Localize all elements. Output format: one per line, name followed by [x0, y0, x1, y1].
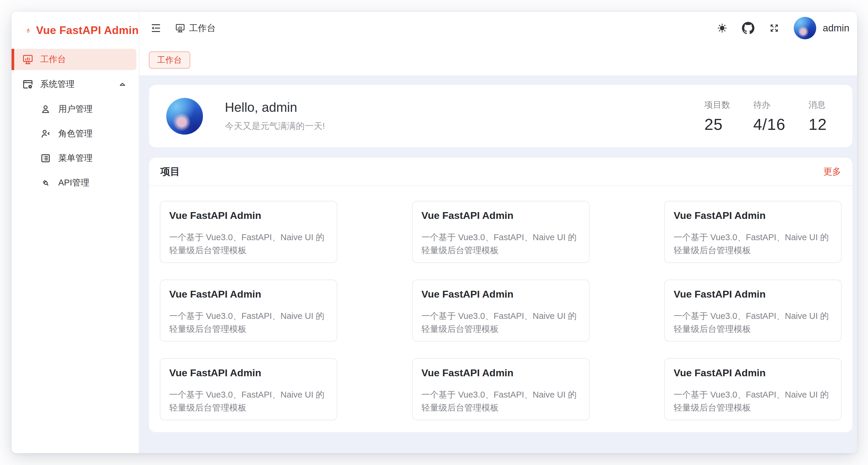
stat-label: 消息	[809, 99, 834, 111]
project-description: 一个基于 Vue3.0、FastAPI、Naive UI 的轻量级后台管理模板	[422, 388, 580, 414]
projects-card: 项目 更多 Vue FastAPI Admin 一个基于 Vue3.0、Fast…	[149, 158, 852, 432]
project-tile[interactable]: Vue FastAPI Admin 一个基于 Vue3.0、FastAPI、Na…	[160, 201, 337, 263]
stat-todo: 待办 4/16	[753, 99, 785, 133]
project-description: 一个基于 Vue3.0、FastAPI、Naive UI 的轻量级后台管理模板	[674, 388, 832, 414]
project-title: Vue FastAPI Admin	[674, 210, 832, 221]
more-link[interactable]: 更多	[823, 166, 841, 178]
fullscreen-icon	[769, 23, 779, 33]
username-label[interactable]: admin	[823, 23, 849, 34]
workbench-monitor-icon	[22, 54, 34, 65]
welcome-card: Hello, admin 今天又是元气满满的一天! 项目数 25 待办 4/16…	[149, 85, 852, 147]
menu-list-icon	[40, 153, 51, 164]
sidebar-subitem-label: API管理	[58, 177, 89, 189]
theme-toggle-button[interactable]	[716, 22, 728, 35]
sidebar: Vue FastAPI Admin 工作台 系统管理 用户管理 角色管理	[11, 12, 140, 453]
projects-title: 项目	[160, 165, 180, 178]
project-title: Vue FastAPI Admin	[422, 210, 580, 221]
project-description: 一个基于 Vue3.0、FastAPI、Naive UI 的轻量级后台管理模板	[169, 388, 328, 414]
main-column: 工作台 admin 工作台	[140, 12, 857, 453]
sidebar-item-label: 工作台	[40, 54, 66, 65]
theme-sun-icon	[717, 23, 727, 33]
user-icon	[40, 103, 51, 115]
sidebar-subitem-label: 用户管理	[58, 103, 93, 115]
project-tile[interactable]: Vue FastAPI Admin 一个基于 Vue3.0、FastAPI、Na…	[412, 280, 590, 342]
sidebar-item-workbench[interactable]: 工作台	[11, 49, 136, 70]
project-tile[interactable]: Vue FastAPI Admin 一个基于 Vue3.0、FastAPI、Na…	[664, 280, 842, 342]
project-title: Vue FastAPI Admin	[674, 288, 832, 300]
sidebar-item-menu-management[interactable]: 菜单管理	[11, 148, 139, 169]
project-description: 一个基于 Vue3.0、FastAPI、Naive UI 的轻量级后台管理模板	[422, 309, 580, 335]
project-description: 一个基于 Vue3.0、FastAPI、Naive UI 的轻量级后台管理模板	[674, 231, 832, 257]
content-area: Hello, admin 今天又是元气满满的一天! 项目数 25 待办 4/16…	[140, 75, 857, 453]
project-title: Vue FastAPI Admin	[422, 367, 580, 379]
welcome-text: Hello, admin 今天又是元气满满的一天!	[225, 100, 325, 132]
chick-logo-icon	[26, 22, 31, 39]
projects-grid: Vue FastAPI Admin 一个基于 Vue3.0、FastAPI、Na…	[149, 186, 852, 432]
sidebar-subitem-label: 角色管理	[58, 128, 93, 140]
workbench-monitor-icon	[175, 23, 185, 33]
welcome-avatar	[166, 98, 203, 134]
breadcrumb-label: 工作台	[189, 22, 216, 34]
stat-value: 12	[809, 115, 834, 133]
system-settings-icon	[22, 79, 34, 90]
sidebar-item-label: 系统管理	[40, 79, 74, 90]
project-title: Vue FastAPI Admin	[169, 210, 328, 221]
tags-bar: 工作台	[140, 44, 857, 75]
project-description: 一个基于 Vue3.0、FastAPI、Naive UI 的轻量级后台管理模板	[674, 309, 832, 335]
sidebar-collapse-button[interactable]	[149, 22, 162, 35]
user-avatar[interactable]	[794, 17, 816, 39]
project-description: 一个基于 Vue3.0、FastAPI、Naive UI 的轻量级后台管理模板	[169, 309, 328, 335]
sidebar-item-role-management[interactable]: 角色管理	[11, 123, 139, 144]
project-title: Vue FastAPI Admin	[422, 288, 580, 300]
sidebar-item-user-management[interactable]: 用户管理	[11, 98, 139, 120]
project-title: Vue FastAPI Admin	[674, 367, 832, 379]
welcome-greeting: Hello, admin	[225, 100, 325, 115]
stat-value: 25	[704, 115, 730, 133]
breadcrumb[interactable]: 工作台	[175, 22, 216, 34]
stat-projects: 项目数 25	[704, 99, 730, 133]
stat-messages: 消息 12	[809, 99, 834, 133]
app-window: Vue FastAPI Admin 工作台 系统管理 用户管理 角色管理	[11, 12, 857, 453]
role-icon	[40, 128, 51, 139]
sidebar-item-system-management[interactable]: 系统管理	[11, 74, 139, 95]
menu-fold-icon	[150, 23, 161, 34]
project-description: 一个基于 Vue3.0、FastAPI、Naive UI 的轻量级后台管理模板	[169, 231, 328, 257]
app-logo[interactable]: Vue FastAPI Admin	[11, 12, 139, 49]
project-tile[interactable]: Vue FastAPI Admin 一个基于 Vue3.0、FastAPI、Na…	[160, 358, 337, 420]
tag-label: 工作台	[157, 55, 182, 66]
project-tile[interactable]: Vue FastAPI Admin 一个基于 Vue3.0、FastAPI、Na…	[664, 358, 842, 420]
project-tile[interactable]: Vue FastAPI Admin 一个基于 Vue3.0、FastAPI、Na…	[412, 358, 590, 420]
app-title: Vue FastAPI Admin	[36, 24, 139, 37]
api-plug-icon	[40, 177, 51, 188]
project-description: 一个基于 Vue3.0、FastAPI、Naive UI 的轻量级后台管理模板	[422, 231, 580, 257]
tag-workbench[interactable]: 工作台	[149, 52, 190, 69]
github-icon	[742, 22, 754, 34]
fullscreen-button[interactable]	[768, 22, 781, 35]
project-title: Vue FastAPI Admin	[169, 288, 328, 300]
welcome-stats: 项目数 25 待办 4/16 消息 12	[704, 99, 838, 133]
sidebar-menu: 工作台 系统管理 用户管理 角色管理 菜单管理 API管理	[11, 49, 139, 453]
header-actions: admin	[716, 17, 849, 39]
top-header: 工作台 admin	[140, 12, 857, 44]
welcome-subtitle: 今天又是元气满满的一天!	[225, 120, 325, 132]
project-tile[interactable]: Vue FastAPI Admin 一个基于 Vue3.0、FastAPI、Na…	[664, 201, 842, 263]
projects-header: 项目 更多	[149, 158, 852, 186]
sidebar-subitem-label: 菜单管理	[58, 152, 93, 164]
stat-value: 4/16	[753, 115, 785, 133]
sidebar-item-api-management[interactable]: API管理	[11, 172, 139, 193]
project-tile[interactable]: Vue FastAPI Admin 一个基于 Vue3.0、FastAPI、Na…	[412, 201, 590, 263]
project-tile[interactable]: Vue FastAPI Admin 一个基于 Vue3.0、FastAPI、Na…	[160, 280, 337, 342]
github-link-button[interactable]	[742, 22, 755, 35]
chevron-up-icon[interactable]	[118, 79, 127, 89]
project-title: Vue FastAPI Admin	[169, 367, 328, 379]
stat-label: 项目数	[704, 99, 730, 111]
stat-label: 待办	[753, 99, 785, 111]
